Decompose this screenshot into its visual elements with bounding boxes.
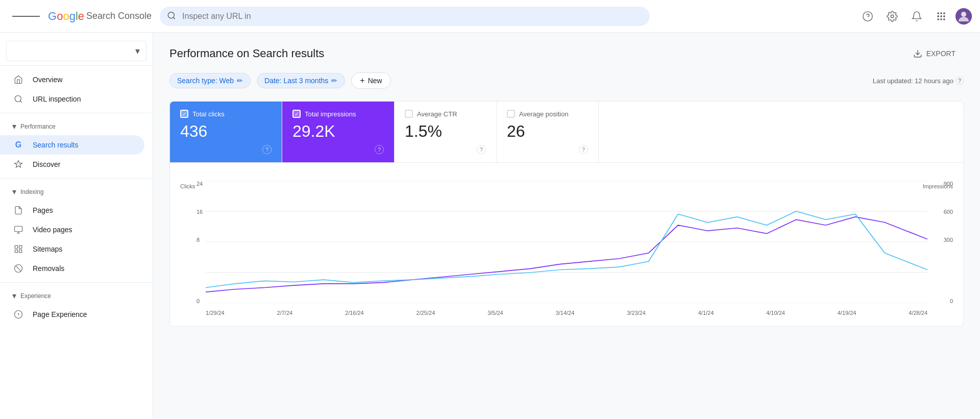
svg-rect-21 [15, 245, 17, 248]
x-label-6: 3/23/24 [627, 310, 646, 316]
x-label-1: 2/7/24 [277, 310, 293, 316]
svg-rect-22 [19, 245, 22, 248]
indexing-section-label: Indexing [20, 188, 43, 195]
avg-ctr-value: 1.5% [405, 122, 486, 141]
svg-line-17 [20, 101, 21, 102]
app-container: Google Search Console [0, 0, 980, 419]
x-label-5: 3/14/24 [556, 310, 575, 316]
sidebar-divider-4 [0, 282, 153, 283]
sidebar-divider-2 [0, 113, 153, 113]
total-impressions-card[interactable]: ✓ Total impressions 29.2K ? [282, 102, 395, 162]
main-area: ▾ Overview URL inspection ▾ Performance [0, 33, 980, 419]
logo-o-yellow: o [63, 10, 69, 22]
checkbox-clicks-checked: ✓ [180, 110, 188, 118]
avg-position-value: 26 [507, 122, 588, 141]
sitemaps-icon [12, 244, 24, 254]
logo-o-red: o [57, 10, 63, 22]
property-selector[interactable]: ▾ [6, 41, 146, 61]
x-label-3: 2/25/24 [416, 310, 435, 316]
y-label-8: 8 [197, 237, 200, 243]
chart-svg [206, 181, 927, 303]
search-type-label: Search type: Web [177, 77, 234, 85]
svg-rect-7 [943, 12, 945, 14]
avg-ctr-label: Average CTR [417, 110, 457, 118]
avg-ctr-card[interactable]: Average CTR 1.5% ? [395, 102, 497, 162]
sidebar-item-url-inspection[interactable]: URL inspection [0, 89, 144, 109]
svg-point-0 [168, 12, 174, 18]
avatar[interactable] [955, 8, 972, 24]
new-button-label: New [368, 77, 382, 85]
svg-rect-10 [943, 15, 945, 17]
removals-icon [12, 264, 24, 273]
sidebar-item-search-results[interactable]: G Search results [0, 135, 144, 155]
sidebar-item-video-pages[interactable]: Video pages [0, 220, 144, 239]
metrics-row: ✓ Total clicks 436 ? ✓ Total impressions… [169, 101, 964, 163]
menu-icon[interactable] [8, 10, 44, 22]
sidebar-item-removals[interactable]: Removals [0, 259, 144, 278]
sidebar-item-pages[interactable]: Pages [0, 201, 144, 220]
checkbox-position [507, 110, 515, 118]
svg-rect-13 [943, 18, 945, 20]
x-label-8: 4/10/24 [766, 310, 785, 316]
sidebar-item-overview[interactable]: Overview [0, 70, 144, 89]
url-search-input[interactable] [160, 7, 650, 26]
y-label-16: 16 [197, 209, 203, 215]
indexing-section-header[interactable]: ▾ Indexing [0, 183, 153, 201]
chart-container: Clicks Impressions [169, 163, 964, 327]
settings-button[interactable] [882, 6, 902, 27]
removals-label: Removals [33, 264, 64, 273]
help-button[interactable] [857, 6, 878, 27]
page-header: Performance on Search results EXPORT [169, 45, 964, 62]
page-title: Performance on Search results [169, 47, 324, 60]
x-axis-labels: 1/29/24 2/7/24 2/16/24 2/25/24 3/5/24 3/… [206, 310, 927, 316]
y-label-600: 600 [944, 209, 953, 215]
logo: Google Search Console [48, 10, 152, 23]
sitemaps-label: Sitemaps [33, 245, 62, 253]
y-label-24: 24 [197, 181, 203, 187]
svg-point-4 [891, 15, 894, 18]
x-label-9: 4/19/24 [838, 310, 856, 316]
sidebar-divider-1 [0, 65, 153, 66]
collapse-icon-performance: ▾ [12, 121, 16, 131]
total-clicks-card[interactable]: ✓ Total clicks 436 ? [170, 102, 282, 162]
checkbox-impressions-checked: ✓ [292, 110, 301, 118]
notifications-button[interactable] [906, 6, 927, 27]
svg-point-15 [961, 12, 966, 17]
sidebar-item-discover[interactable]: Discover [0, 155, 144, 174]
avg-position-card[interactable]: Average position 26 ? [497, 102, 599, 162]
x-label-2: 2/16/24 [345, 310, 364, 316]
total-clicks-value: 436 [180, 122, 272, 141]
y-label-300: 300 [944, 237, 953, 243]
experience-section-label: Experience [20, 292, 51, 300]
empty-metric-card [599, 102, 963, 162]
edit-icon-date: ✏ [331, 77, 337, 85]
svg-rect-18 [15, 226, 22, 232]
svg-rect-8 [938, 15, 939, 17]
last-updated-text: Last updated: 12 hours ago ? [873, 77, 964, 85]
product-name: Search Console [86, 11, 152, 21]
help-icon-position[interactable]: ? [579, 145, 588, 154]
home-icon [12, 75, 24, 84]
avg-position-label: Average position [519, 110, 569, 118]
x-label-10: 4/28/24 [909, 310, 927, 316]
export-label: EXPORT [926, 50, 955, 58]
video-pages-icon [12, 225, 24, 234]
export-button[interactable]: EXPORT [905, 45, 964, 62]
help-icon-clicks[interactable]: ? [262, 145, 272, 154]
pages-label: Pages [33, 206, 53, 214]
logo-g-blue: G [48, 10, 57, 22]
discover-icon [12, 160, 24, 169]
total-impressions-value: 29.2K [292, 122, 384, 141]
performance-section-header[interactable]: ▾ Performance [0, 117, 153, 135]
performance-section-label: Performance [20, 123, 56, 130]
new-filter-button[interactable]: + New [351, 72, 390, 89]
collapse-icon-experience: ▾ [12, 291, 16, 301]
help-icon-impressions[interactable]: ? [375, 145, 384, 154]
sidebar-item-page-experience[interactable]: Page Experience [0, 305, 144, 324]
date-filter[interactable]: Date: Last 3 months ✏ [257, 73, 345, 88]
help-icon-ctr[interactable]: ? [477, 145, 486, 154]
apps-button[interactable] [931, 6, 951, 27]
search-type-filter[interactable]: Search type: Web ✏ [169, 73, 251, 88]
sidebar-item-sitemaps[interactable]: Sitemaps [0, 239, 144, 259]
experience-section-header[interactable]: ▾ Experience [0, 287, 153, 305]
